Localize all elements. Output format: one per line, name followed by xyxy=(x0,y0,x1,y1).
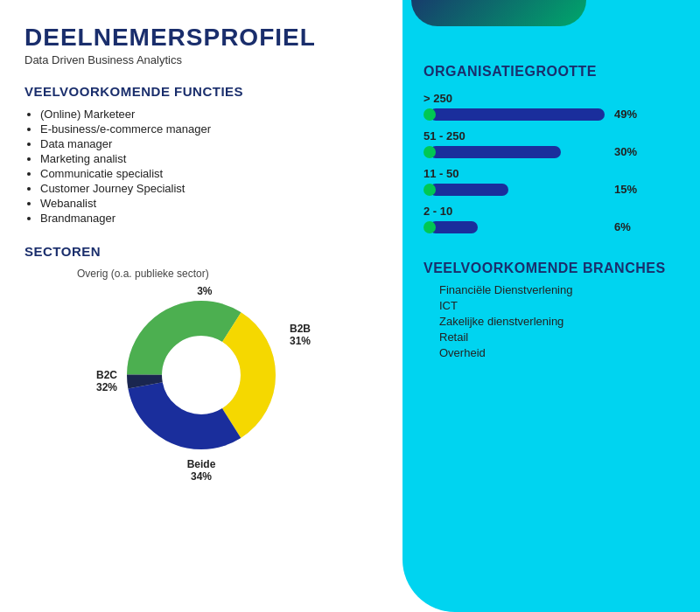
bar-label-1: > 250 xyxy=(424,92,679,105)
org-title: ORGANISATIEGROOTTE xyxy=(424,64,679,80)
donut-chart: 3% B2B 31% B2C 32% Beide 34% xyxy=(96,283,306,476)
bar-track-2 xyxy=(424,146,607,158)
list-item: Customer Journey Specialist xyxy=(40,182,378,195)
list-item: Marketing analist xyxy=(40,152,378,165)
bar-wrapper-1: 49% xyxy=(424,108,679,121)
bar-label-4: 2 - 10 xyxy=(424,205,679,218)
main-subtitle: Data Driven Business Analytics xyxy=(24,53,378,66)
list-item: Communicatie specialist xyxy=(40,167,378,180)
left-panel: DEELNEMERSPROFIEL Data Driven Business A… xyxy=(0,0,402,612)
bar-row-3: 11 - 50 15% xyxy=(424,167,679,196)
bar-row-2: 51 - 250 30% xyxy=(424,129,679,158)
sectoren-title: SECTOREN xyxy=(24,244,378,259)
bar-dot-4 xyxy=(424,221,436,233)
branch-item-4: Retail xyxy=(439,330,679,344)
donut-b2c-label: B2C 32% xyxy=(96,369,117,393)
branch-item-3: Zakelijke dienstverlening xyxy=(439,315,679,328)
bar-track-4 xyxy=(424,221,607,233)
bar-dot-2 xyxy=(424,146,436,158)
branches-title: VEELVOORKOMENDE BRANCHES xyxy=(424,260,679,276)
bar-pct-1: 49% xyxy=(614,108,637,121)
bar-track-1 xyxy=(424,108,607,121)
list-item: E-business/e-commerce manager xyxy=(40,122,378,136)
branch-item-1: Financiële Dienstverlening xyxy=(439,283,679,296)
bar-fill-3 xyxy=(430,184,508,196)
functies-title: VEELVOORKOMENDE FUNCTIES xyxy=(24,84,378,99)
bar-dot-3 xyxy=(424,184,436,196)
branch-item-2: ICT xyxy=(439,299,679,312)
svg-point-5 xyxy=(164,337,239,413)
right-panel: ORGANISATIEGROOTTE > 250 49% 51 - 250 30… xyxy=(402,0,700,612)
main-title: DEELNEMERSPROFIEL xyxy=(24,24,378,52)
bar-label-2: 51 - 250 xyxy=(424,129,679,143)
bar-label-3: 11 - 50 xyxy=(424,167,679,180)
list-item: Webanalist xyxy=(40,197,378,210)
functies-section: VEELVOORKOMENDE FUNCTIES (Online) Market… xyxy=(24,84,378,225)
list-item: Brandmanager xyxy=(40,212,378,225)
bar-pct-4: 6% xyxy=(614,220,631,233)
bar-pct-3: 15% xyxy=(614,183,637,196)
bar-wrapper-4: 6% xyxy=(424,220,679,233)
sectoren-overig-label: Overig (o.a. publieke sector) xyxy=(77,268,378,280)
list-item: (Online) Marketeer xyxy=(40,108,378,121)
bar-pct-2: 30% xyxy=(614,145,637,158)
branches-list: Financiële Dienstverlening ICT Zakelijke… xyxy=(424,283,679,359)
donut-b2b-label: B2B 31% xyxy=(290,323,311,347)
donut-beide-label: Beide 34% xyxy=(187,458,216,483)
bar-wrapper-2: 30% xyxy=(424,145,679,158)
sectoren-section: SECTOREN Overig (o.a. publieke sector) xyxy=(24,244,378,476)
bar-wrapper-3: 15% xyxy=(424,183,679,196)
bar-dot-1 xyxy=(424,108,436,121)
bar-track-3 xyxy=(424,184,607,196)
functies-list: (Online) Marketeer E-business/e-commerce… xyxy=(24,108,378,225)
org-section: ORGANISATIEGROOTTE > 250 49% 51 - 250 30… xyxy=(424,64,679,233)
donut-overig-pct: 3% xyxy=(197,285,212,297)
branch-item-5: Overheid xyxy=(439,346,679,359)
bar-fill-1 xyxy=(430,108,605,121)
donut-svg xyxy=(96,283,306,467)
bar-fill-2 xyxy=(430,146,561,158)
branches-section: VEELVOORKOMENDE BRANCHES Financiële Dien… xyxy=(424,260,679,359)
list-item: Data manager xyxy=(40,137,378,150)
bar-row-4: 2 - 10 6% xyxy=(424,205,679,233)
bar-fill-4 xyxy=(430,221,478,233)
bar-row-1: > 250 49% xyxy=(424,92,679,121)
